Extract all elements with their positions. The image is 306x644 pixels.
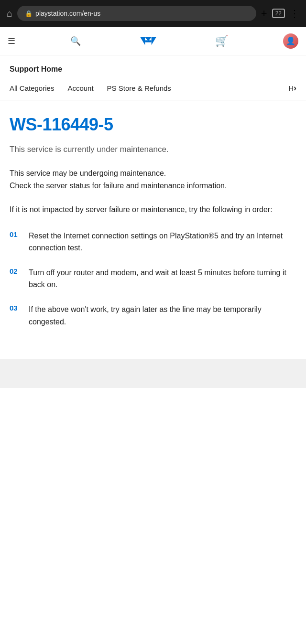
chevron-right-icon: › [294,83,296,93]
error-code: WS-116449-5 [10,115,296,135]
browser-chrome: ⌂ 🔒 playstation.com/en-us + 22 ⋮ [0,0,306,27]
nav-more[interactable]: H › [288,83,296,93]
step-item-2: 02 Turn off your router and modem, and w… [10,267,296,291]
step-text-1: Reset the Internet connection settings o… [29,230,296,254]
main-content: WS-116449-5 This service is currently un… [0,100,306,359]
browser-home-icon[interactable]: ⌂ [7,8,12,19]
step-number-1: 01 [10,230,22,238]
breadcrumb-bar: Support Home [0,55,306,78]
nav-account[interactable]: Account [67,84,93,92]
cart-icon[interactable]: 🛒 [215,35,228,47]
support-home-link[interactable]: Support Home [10,65,62,73]
nav-all-categories[interactable]: All Categories [10,84,54,92]
error-description: This service may be undergoing maintenan… [10,167,296,193]
steps-list: 01 Reset the Internet connection setting… [10,230,296,328]
footer [0,359,306,388]
lock-icon: 🔒 [25,10,33,17]
svg-marker-0 [140,37,145,45]
playstation-logo[interactable] [136,34,160,48]
step-number-2: 02 [10,267,22,275]
steps-intro: If it is not impacted by server failure … [10,204,296,216]
step-item-3: 03 If the above won't work, try again la… [10,303,296,328]
avatar[interactable]: 👤 [283,33,298,49]
tab-count[interactable]: 22 [272,9,285,18]
description-line1: This service may be undergoing maintenan… [10,167,296,180]
svg-marker-1 [151,37,156,45]
nav-ps-store-refunds[interactable]: PS Store & Refunds [107,84,171,92]
nav-h-label: H [288,84,294,92]
step-number-3: 03 [10,303,22,312]
step-item-1: 01 Reset the Internet connection setting… [10,230,296,254]
new-tab-icon[interactable]: + [261,7,267,20]
url-bar[interactable]: 🔒 playstation.com/en-us [17,6,256,21]
step-text-2: Turn off your router and modem, and wait… [29,267,296,291]
more-options-icon[interactable]: ⋮ [290,8,299,19]
hamburger-menu-icon[interactable]: ☰ [8,36,15,46]
error-subtitle: This service is currently under maintena… [10,143,296,156]
step-text-3: If the above won't work, try again later… [29,303,296,328]
search-icon[interactable]: 🔍 [70,36,81,46]
url-text: playstation.com/en-us [35,10,100,17]
description-line2: Check the server status for failure and … [10,180,296,192]
category-nav: All Categories Account PS Store & Refund… [0,78,306,100]
site-header: ☰ 🔍 🛒 👤 [0,27,306,55]
